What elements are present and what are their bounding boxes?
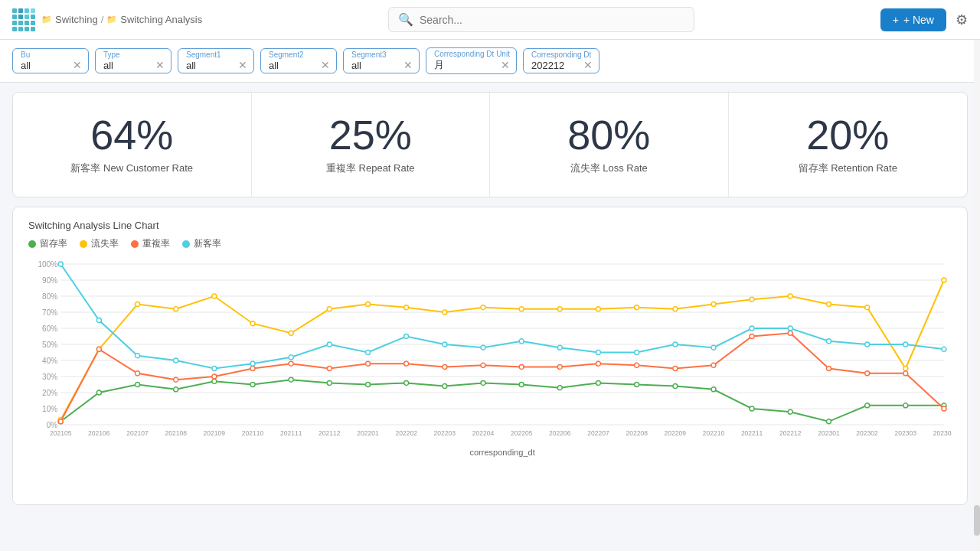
filter-value: all: [186, 60, 196, 71]
settings-button[interactable]: ⚙: [956, 11, 968, 28]
svg-text:202203: 202203: [434, 429, 456, 437]
svg-point-98: [174, 377, 178, 382]
legend-dot: [182, 240, 190, 248]
svg-text:202205: 202205: [511, 429, 533, 437]
filter-chip[interactable]: Segment3 all ✕: [343, 48, 420, 73]
filter-value: all: [21, 60, 31, 71]
folder-icon-2: 📁: [106, 15, 117, 24]
svg-text:202210: 202210: [703, 429, 725, 437]
filter-chip[interactable]: Bu all ✕: [12, 48, 89, 73]
legend-label: 留存率: [40, 237, 67, 250]
svg-point-90: [788, 294, 792, 298]
svg-point-94: [942, 278, 946, 282]
svg-text:30%: 30%: [42, 373, 57, 381]
svg-point-56: [404, 380, 409, 385]
svg-point-66: [788, 409, 792, 414]
svg-text:202110: 202110: [242, 429, 264, 437]
svg-text:202302: 202302: [856, 429, 878, 437]
filter-chip[interactable]: Segment2 all ✕: [260, 48, 337, 73]
svg-point-67: [826, 419, 831, 424]
chart-legend: 留存率 流失率 重複率 新客率: [28, 237, 952, 250]
svg-point-81: [443, 310, 447, 315]
legend-item: 新客率: [182, 237, 221, 250]
svg-point-128: [404, 334, 409, 339]
stat-percentage: 25%: [267, 114, 475, 155]
svg-text:70%: 70%: [42, 308, 57, 317]
svg-point-114: [788, 331, 792, 335]
filter-label: Corresponding Dt Unit: [434, 50, 510, 58]
filter-clear-icon[interactable]: ✕: [583, 59, 593, 71]
breadcrumb-item-1[interactable]: 📁 Switching: [41, 14, 98, 25]
svg-point-58: [481, 380, 485, 385]
svg-point-97: [136, 371, 140, 376]
filter-clear-icon[interactable]: ✕: [155, 59, 165, 71]
svg-point-117: [903, 371, 908, 376]
stat-card: 64% 新客率 New Customer Rate: [13, 93, 252, 197]
svg-point-63: [673, 384, 678, 389]
stat-percentage: 80%: [505, 114, 713, 155]
svg-text:100%: 100%: [38, 260, 58, 269]
svg-point-93: [903, 367, 908, 371]
filter-label: Corresponding Dt: [531, 51, 593, 59]
svg-point-136: [711, 345, 716, 350]
filter-clear-icon[interactable]: ✕: [238, 59, 247, 71]
filter-chip[interactable]: Corresponding Dt Unit 月 ✕: [426, 47, 517, 74]
svg-point-139: [826, 339, 831, 344]
chart-area: 0%10%20%30%40%50%60%70%80%90%100%2021052…: [28, 256, 952, 481]
svg-point-127: [365, 350, 370, 355]
svg-point-77: [289, 331, 293, 335]
filter-clear-icon[interactable]: ✕: [321, 59, 330, 71]
legend-dot: [131, 240, 139, 248]
svg-point-118: [942, 406, 946, 411]
svg-point-59: [519, 383, 524, 387]
svg-text:202209: 202209: [665, 429, 687, 437]
svg-point-99: [212, 374, 217, 379]
svg-point-68: [865, 403, 870, 408]
svg-point-119: [58, 262, 63, 266]
search-box: 🔍: [388, 7, 694, 32]
svg-point-107: [519, 364, 524, 369]
svg-point-130: [481, 345, 485, 350]
svg-point-84: [557, 307, 562, 311]
svg-point-120: [96, 318, 101, 323]
svg-point-79: [365, 302, 370, 307]
svg-point-78: [327, 307, 332, 311]
filter-value: 202212: [531, 60, 564, 71]
svg-text:20%: 20%: [42, 389, 57, 397]
legend-label: 重複率: [142, 237, 170, 250]
svg-point-48: [96, 390, 101, 395]
svg-point-111: [673, 367, 678, 371]
filter-chip[interactable]: Segment1 all ✕: [178, 48, 254, 73]
filter-clear-icon[interactable]: ✕: [73, 59, 82, 71]
filter-label: Bu: [21, 51, 82, 59]
stat-card: 80% 流失率 Loss Rate: [490, 93, 729, 197]
new-button[interactable]: + + New: [880, 8, 946, 31]
svg-point-73: [136, 302, 140, 307]
breadcrumb: 📁 Switching / 📁 Switching Analysis: [41, 14, 202, 25]
filter-clear-icon[interactable]: ✕: [403, 59, 413, 71]
filter-chip[interactable]: Type all ✕: [95, 48, 172, 73]
filter-label: Segment2: [269, 51, 330, 59]
svg-point-115: [826, 367, 831, 371]
svg-point-74: [174, 307, 178, 311]
svg-point-82: [481, 305, 485, 310]
header-left: 📁 Switching / 📁 Switching Analysis: [12, 8, 202, 31]
breadcrumb-item-2[interactable]: 📁 Switching Analysis: [106, 14, 202, 25]
svg-point-85: [596, 307, 600, 311]
filter-chip[interactable]: Corresponding Dt 202212 ✕: [523, 48, 599, 73]
svg-text:202301: 202301: [818, 429, 840, 437]
svg-point-110: [635, 363, 639, 367]
filter-value: all: [269, 60, 279, 71]
filter-clear-icon[interactable]: ✕: [501, 59, 510, 71]
search-input[interactable]: [420, 14, 684, 26]
svg-point-55: [365, 383, 370, 387]
stat-label: 新客率 New Customer Rate: [28, 161, 236, 175]
svg-point-96: [96, 347, 101, 351]
svg-point-126: [327, 342, 332, 347]
svg-point-105: [443, 364, 447, 369]
svg-point-109: [596, 361, 600, 366]
svg-point-54: [327, 380, 332, 385]
svg-point-92: [865, 305, 870, 310]
svg-point-76: [250, 321, 255, 326]
svg-text:0%: 0%: [47, 421, 58, 429]
